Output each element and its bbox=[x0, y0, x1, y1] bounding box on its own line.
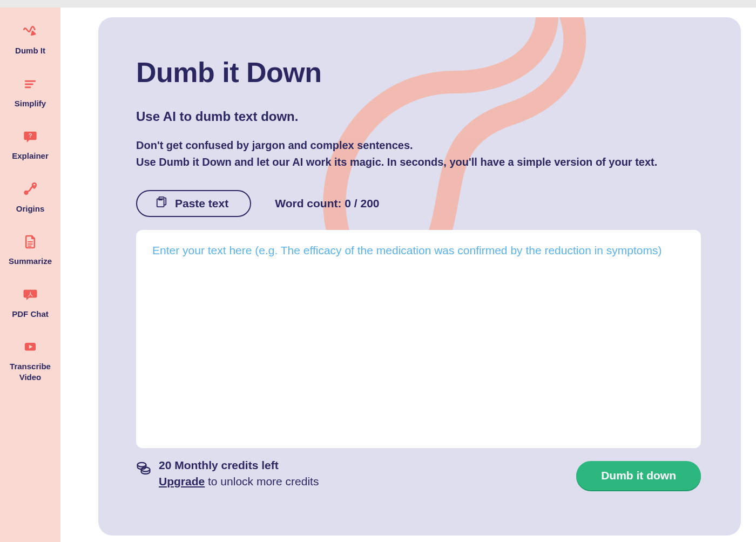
page-description: Don't get confused by jargon and complex… bbox=[136, 137, 703, 171]
app-root: Dumb It Simplify ? Explainer bbox=[0, 8, 756, 542]
paste-text-label: Paste text bbox=[175, 197, 228, 210]
upgrade-rest: to unlock more credits bbox=[205, 475, 319, 487]
svg-point-4 bbox=[138, 463, 146, 467]
input-toolbar: Paste text Word count: 0 / 200 bbox=[136, 190, 703, 217]
word-count-value: 0 / 200 bbox=[345, 197, 379, 209]
dumb-it-down-button[interactable]: Dumb it down bbox=[576, 461, 701, 490]
credits-upgrade-line: Upgrade to unlock more credits bbox=[159, 475, 319, 488]
sidebar-item-simplify[interactable]: Simplify bbox=[0, 76, 60, 109]
sidebar-item-label: Explainer bbox=[9, 151, 52, 161]
sidebar-item-label: Simplify bbox=[11, 98, 49, 109]
word-count: Word count: 0 / 200 bbox=[275, 197, 379, 210]
document-icon bbox=[21, 233, 39, 250]
sidebar-item-label: Dumb It bbox=[12, 45, 49, 56]
pdf-chat-icon: 人 bbox=[21, 286, 39, 303]
upgrade-link[interactable]: Upgrade bbox=[159, 475, 205, 487]
sidebar-item-dumb-it[interactable]: Dumb It bbox=[0, 23, 60, 56]
text-input-container bbox=[136, 230, 701, 448]
paste-text-button[interactable]: Paste text bbox=[136, 190, 251, 217]
coins-icon bbox=[136, 460, 151, 479]
desc-line-1: Don't get confused by jargon and complex… bbox=[136, 137, 703, 154]
word-count-label: Word count: bbox=[275, 197, 341, 209]
route-pin-icon bbox=[21, 181, 39, 198]
sidebar: Dumb It Simplify ? Explainer bbox=[0, 8, 60, 542]
sidebar-item-label: Summarize bbox=[5, 256, 55, 267]
question-bubble-icon: ? bbox=[21, 128, 39, 145]
credits-count: 20 Monthly credits left bbox=[159, 459, 319, 472]
credits-block: 20 Monthly credits left Upgrade to unloc… bbox=[136, 459, 319, 488]
sidebar-item-pdf-chat[interactable]: 人 PDF Chat bbox=[0, 286, 60, 320]
sidebar-item-transcribe-video[interactable]: Transcribe Video bbox=[0, 338, 60, 382]
svg-text:?: ? bbox=[28, 132, 32, 139]
sidebar-item-label: PDF Chat bbox=[9, 309, 52, 320]
page-subtitle: Use AI to dumb text down. bbox=[136, 109, 703, 124]
sidebar-item-explainer[interactable]: ? Explainer bbox=[0, 128, 60, 161]
lines-icon bbox=[21, 76, 39, 93]
sidebar-item-origins[interactable]: Origins bbox=[0, 181, 60, 214]
paste-icon bbox=[156, 196, 167, 211]
page-title: Dumb it Down bbox=[136, 56, 703, 89]
sidebar-item-summarize[interactable]: Summarize bbox=[0, 233, 60, 267]
content-panel: Dumb it Down Use AI to dumb text down. D… bbox=[98, 17, 741, 536]
desc-line-2: Use Dumb it Down and let our AI work its… bbox=[136, 154, 703, 171]
bottom-row: 20 Monthly credits left Upgrade to unloc… bbox=[136, 459, 701, 490]
browser-top-strip bbox=[0, 0, 756, 8]
svg-text:人: 人 bbox=[28, 291, 33, 296]
sidebar-item-label: Origins bbox=[13, 204, 48, 214]
squiggle-arrow-icon bbox=[21, 23, 39, 40]
video-play-icon bbox=[21, 338, 39, 356]
sidebar-item-label: Transcribe Video bbox=[0, 361, 60, 382]
text-input[interactable] bbox=[152, 244, 685, 434]
main-area: Dumb it Down Use AI to dumb text down. D… bbox=[60, 8, 756, 542]
